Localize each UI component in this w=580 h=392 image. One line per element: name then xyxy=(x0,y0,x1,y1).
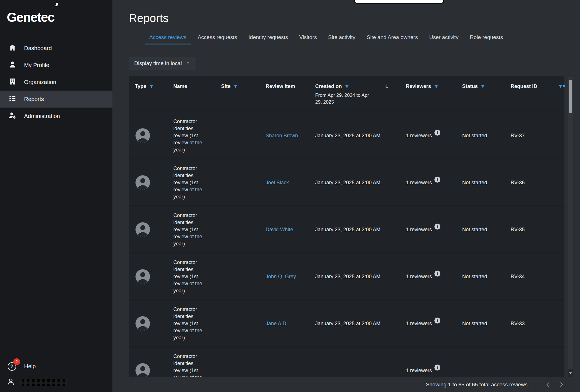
info-icon[interactable]: i xyxy=(434,224,440,230)
info-icon[interactable]: i xyxy=(434,177,440,183)
info-icon[interactable]: i xyxy=(434,318,440,324)
review-item-link[interactable]: Joel Black xyxy=(266,180,289,185)
footer-bar: Showing 1 to 65 of 65 total access revie… xyxy=(112,377,580,392)
sidebar-item-my-profile[interactable]: My Profile xyxy=(0,57,112,74)
info-icon[interactable]: i xyxy=(434,365,440,370)
reviewers-cell: 1 reviewers i xyxy=(400,321,456,327)
sidebar-item-dashboard[interactable]: Dashboard xyxy=(0,40,112,57)
review-item-cell: Jane A.D. xyxy=(260,321,309,327)
row-type-cell xyxy=(129,222,167,237)
info-icon[interactable]: i xyxy=(434,271,440,277)
filter-icon-status[interactable] xyxy=(480,84,485,89)
vertical-scrollbar[interactable] xyxy=(568,77,573,377)
row-type-cell xyxy=(129,269,167,284)
column-header-reviewers: Reviewers xyxy=(400,83,456,112)
review-item-link[interactable]: Jane A.D. xyxy=(266,321,288,326)
sidebar-item-label: Dashboard xyxy=(24,45,52,52)
sidebar-item-organization[interactable]: Organization xyxy=(0,74,112,91)
table-row[interactable]: Contractor identities review (1st review… xyxy=(129,159,564,206)
review-item-cell: Sharon Brown xyxy=(260,133,309,139)
access-reviews-table: Type Name Site Review item xyxy=(129,76,564,392)
scrollbar-thumb[interactable] xyxy=(569,80,572,113)
top-overlay xyxy=(354,0,444,4)
sidebar-item-label: My Profile xyxy=(24,62,49,68)
help-label: Help xyxy=(24,363,36,370)
sidebar-item-label: Administration xyxy=(24,113,60,119)
table-row[interactable]: Contractor identities review (1st review… xyxy=(129,206,564,253)
review-item-cell: Joel Black xyxy=(260,180,309,186)
status-cell: Not started xyxy=(456,321,505,327)
page-title: Reports xyxy=(129,12,580,25)
person-icon xyxy=(8,61,16,70)
display-time-dropdown[interactable]: Display time in local xyxy=(129,57,195,70)
clear-filters-icon[interactable] xyxy=(558,84,566,90)
status-cell: Not started xyxy=(456,180,505,186)
scrollbar-down-button[interactable] xyxy=(568,369,573,377)
results-summary: Showing 1 to 65 of 65 total access revie… xyxy=(426,382,529,388)
request-id-cell: RV-34 xyxy=(505,274,552,280)
sidebar-item-administration[interactable]: Administration xyxy=(0,108,112,125)
reviewers-count: 1 reviewers xyxy=(406,133,432,139)
identity-avatar-icon xyxy=(135,316,151,331)
review-item-cell: David White xyxy=(260,227,309,233)
reviewers-cell: 1 reviewers i xyxy=(400,133,456,139)
reviewers-count: 1 reviewers xyxy=(406,227,432,233)
request-id-cell: RV-33 xyxy=(505,321,552,327)
tab-access-reviews[interactable]: Access reviews xyxy=(144,31,191,44)
main-content: Reports Access reviews Access requests I… xyxy=(112,0,580,392)
status-cell: Not started xyxy=(456,227,505,233)
review-name: Contractor identities review (1st review… xyxy=(167,165,215,200)
table-body: Contractor identities review (1st review… xyxy=(129,112,564,392)
tab-site-and-area-owners[interactable]: Site and Area owners xyxy=(362,31,423,44)
sort-descending-icon[interactable] xyxy=(383,83,390,90)
reviewers-cell: 1 reviewers i xyxy=(400,368,456,374)
filter-icon-site[interactable] xyxy=(233,84,238,89)
review-name: Contractor identities review (1st review… xyxy=(167,259,215,294)
info-icon[interactable]: i xyxy=(434,130,440,136)
tab-user-activity[interactable]: User activity xyxy=(424,31,463,44)
reviewers-cell: 1 reviewers i xyxy=(400,180,456,186)
administration-person-gear-icon xyxy=(8,112,16,121)
tab-site-activity[interactable]: Site activity xyxy=(323,31,360,44)
help-button[interactable]: ? 2 Help xyxy=(0,357,112,375)
pagination-next-button[interactable] xyxy=(557,381,565,389)
request-id-cell: RV-37 xyxy=(505,133,552,139)
created-on-cell: January 23, 2025 at 2:00 AM xyxy=(309,274,400,280)
table-row[interactable]: Contractor identities review (1st review… xyxy=(129,112,564,159)
table-header: Type Name Site Review item xyxy=(129,76,564,112)
user-account-button[interactable] xyxy=(0,375,112,392)
scroll-down-arrow-icon xyxy=(569,372,572,374)
column-header-name: Name xyxy=(167,83,215,112)
identity-avatar-icon xyxy=(135,269,151,284)
status-cell: Not started xyxy=(456,274,505,280)
identity-avatar-icon xyxy=(135,363,151,378)
help-badge: 2 xyxy=(13,358,20,365)
reviewers-count: 1 reviewers xyxy=(406,180,432,186)
column-header-created-on: Created on From Apr 29, 2024 to Apr 29, … xyxy=(309,83,400,112)
tab-identity-requests[interactable]: Identity requests xyxy=(244,31,293,44)
tab-visitors[interactable]: Visitors xyxy=(295,31,322,44)
reviewers-cell: 1 reviewers i xyxy=(400,274,456,280)
tab-access-requests[interactable]: Access requests xyxy=(193,31,242,44)
review-item-link[interactable]: David White xyxy=(266,227,293,232)
identity-avatar-icon xyxy=(135,222,151,237)
reviewers-count: 1 reviewers xyxy=(406,274,432,280)
table-row[interactable]: Contractor identities review (1st review… xyxy=(129,253,564,300)
column-header-review-item: Review item xyxy=(260,83,309,112)
pagination-prev-button[interactable] xyxy=(544,381,552,389)
help-icon: ? 2 xyxy=(8,362,17,371)
filter-icon-created-on[interactable] xyxy=(344,84,349,89)
review-item-link[interactable]: John Q. Grey xyxy=(266,274,296,279)
table-row[interactable]: Contractor identities review (1st review… xyxy=(129,300,564,347)
filter-icon-reviewers[interactable] xyxy=(434,84,439,89)
review-item-link[interactable]: Sharon Brown xyxy=(266,133,298,138)
sidebar-item-reports[interactable]: Reports xyxy=(0,91,112,108)
organization-icon xyxy=(8,78,16,87)
tab-role-requests[interactable]: Role requests xyxy=(465,31,508,44)
identity-avatar-icon xyxy=(135,175,151,190)
genetec-logo: Genetec xyxy=(0,0,54,25)
sidebar-item-label: Organization xyxy=(24,79,56,85)
reviewers-count: 1 reviewers xyxy=(406,321,432,327)
filter-icon-type[interactable] xyxy=(149,84,154,89)
review-name: Contractor identities review (1st review… xyxy=(167,118,215,153)
